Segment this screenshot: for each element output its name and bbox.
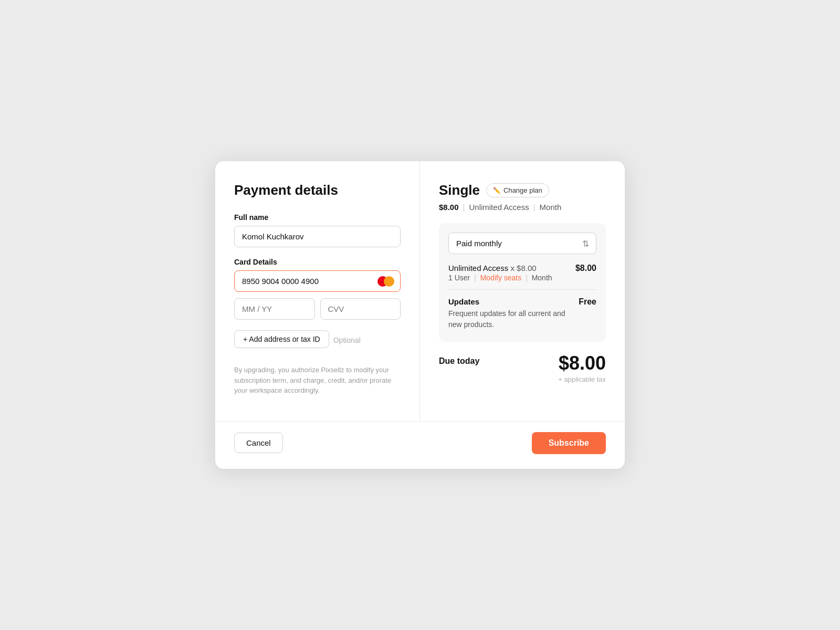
change-plan-button[interactable]: ✏️ Change plan <box>486 183 549 197</box>
modify-seats-link[interactable]: Modify seats <box>480 274 522 282</box>
line1-sub: 1 User | Modify seats | Month <box>448 274 575 282</box>
unlimited-access-line: Unlimited Access x $8.00 1 User | Modify… <box>448 264 596 282</box>
right-panel: Single ✏️ Change plan $8.00 | Unlimited … <box>420 161 625 421</box>
line1-amount: $8.00 <box>575 264 596 273</box>
left-panel: Payment details Full name Card Details +… <box>215 161 420 421</box>
legal-text: By upgrading, you authorize Pixsellz to … <box>234 361 401 404</box>
billing-select-wrapper: Paid monthly Paid annually ⇅ <box>448 233 596 254</box>
modal-body: Payment details Full name Card Details +… <box>215 161 625 421</box>
updates-description: Frequent updates for all current and new… <box>448 308 579 330</box>
payment-modal: Payment details Full name Card Details +… <box>215 161 625 469</box>
updates-line: Updates Frequent updates for all current… <box>448 297 596 330</box>
payment-details-title: Payment details <box>234 182 401 198</box>
expiry-input[interactable] <box>234 298 315 320</box>
plan-period: Month <box>540 203 562 212</box>
mc-orange-circle <box>384 276 394 287</box>
plan-name: Single <box>439 182 480 198</box>
due-today-section: Due today $8.00 + applicable tax <box>439 342 606 383</box>
line1-title: Unlimited Access x $8.00 <box>448 264 575 272</box>
billing-frequency-select[interactable]: Paid monthly Paid annually <box>448 233 596 254</box>
add-address-button[interactable]: + Add address or tax ID <box>234 330 329 348</box>
plan-access: Unlimited Access <box>469 203 529 212</box>
updates-title: Updates <box>448 297 579 306</box>
due-today-amount: $8.00 <box>558 352 606 374</box>
updates-amount: Free <box>579 297 596 307</box>
due-today-label: Due today <box>439 352 479 366</box>
card-details-label: Card Details <box>234 258 401 266</box>
change-plan-label: Change plan <box>503 186 542 194</box>
plan-price: $8.00 <box>439 203 459 212</box>
full-name-label: Full name <box>234 213 401 222</box>
line1-multiplier: x $8.00 <box>510 264 536 272</box>
due-today-row: Due today $8.00 + applicable tax <box>439 352 606 383</box>
plan-header: Single ✏️ Change plan <box>439 182 606 198</box>
full-name-input[interactable] <box>234 226 401 247</box>
line1-period: Month <box>532 274 552 282</box>
cvv-input[interactable] <box>320 298 401 320</box>
modal-footer: Cancel Subscribe <box>215 421 625 469</box>
due-today-tax: + applicable tax <box>558 375 606 383</box>
due-today-amount-block: $8.00 + applicable tax <box>558 352 606 383</box>
subscribe-button[interactable]: Subscribe <box>532 432 606 454</box>
card-number-input[interactable] <box>234 270 401 292</box>
line1-users: 1 User <box>448 274 470 282</box>
billing-divider <box>448 289 596 290</box>
add-address-label: + Add address or tax ID <box>243 335 320 343</box>
card-expiry-cvv-row <box>234 298 401 320</box>
card-number-wrapper <box>234 270 401 292</box>
cancel-button[interactable]: Cancel <box>234 433 283 453</box>
optional-label: Optional <box>333 336 361 344</box>
pencil-icon: ✏️ <box>493 187 501 194</box>
billing-box: Paid monthly Paid annually ⇅ Unlimited A… <box>439 223 606 342</box>
address-row: + Add address or tax ID Optional <box>234 330 401 350</box>
plan-meta: $8.00 | Unlimited Access | Month <box>439 203 606 212</box>
mastercard-icon <box>377 276 394 287</box>
